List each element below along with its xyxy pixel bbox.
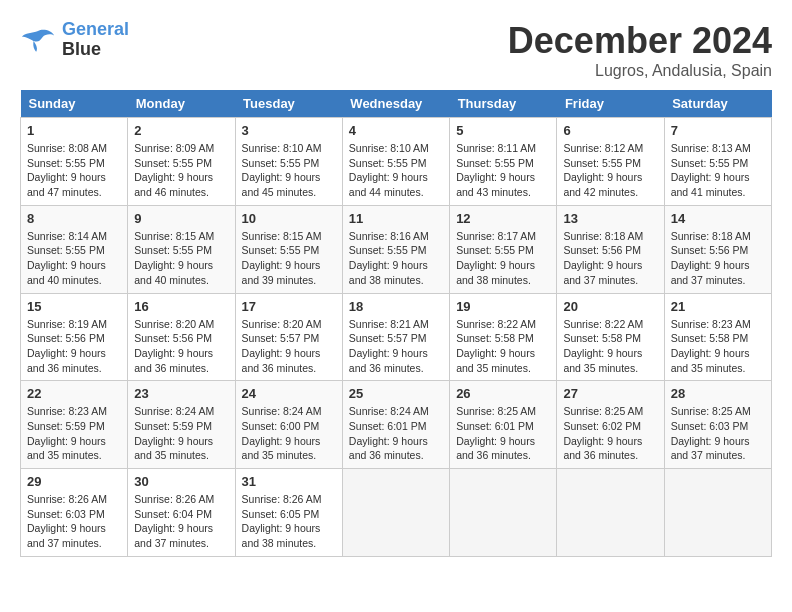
daylight-label: Daylight: 9 hours and 36 minutes.	[456, 435, 535, 462]
table-row: 11 Sunrise: 8:16 AM Sunset: 5:55 PM Dayl…	[342, 205, 449, 293]
table-row: 20 Sunrise: 8:22 AM Sunset: 5:58 PM Dayl…	[557, 293, 664, 381]
sunset-label: Sunset: 5:55 PM	[563, 157, 641, 169]
sunset-label: Sunset: 5:55 PM	[456, 244, 534, 256]
day-info: Sunrise: 8:10 AM Sunset: 5:55 PM Dayligh…	[242, 141, 336, 200]
title-section: December 2024 Lugros, Andalusia, Spain	[508, 20, 772, 80]
day-number: 28	[671, 386, 765, 401]
daylight-label: Daylight: 9 hours and 37 minutes.	[563, 259, 642, 286]
day-info: Sunrise: 8:26 AM Sunset: 6:04 PM Dayligh…	[134, 492, 228, 551]
table-row: 24 Sunrise: 8:24 AM Sunset: 6:00 PM Dayl…	[235, 381, 342, 469]
daylight-label: Daylight: 9 hours and 35 minutes.	[456, 347, 535, 374]
calendar-week-5: 29 Sunrise: 8:26 AM Sunset: 6:03 PM Dayl…	[21, 469, 772, 557]
day-number: 2	[134, 123, 228, 138]
day-number: 17	[242, 299, 336, 314]
sunset-label: Sunset: 6:01 PM	[349, 420, 427, 432]
sunrise-label: Sunrise: 8:24 AM	[134, 405, 214, 417]
daylight-label: Daylight: 9 hours and 38 minutes.	[456, 259, 535, 286]
sunrise-label: Sunrise: 8:20 AM	[242, 318, 322, 330]
daylight-label: Daylight: 9 hours and 46 minutes.	[134, 171, 213, 198]
sunrise-label: Sunrise: 8:24 AM	[349, 405, 429, 417]
day-info: Sunrise: 8:09 AM Sunset: 5:55 PM Dayligh…	[134, 141, 228, 200]
day-number: 24	[242, 386, 336, 401]
day-info: Sunrise: 8:11 AM Sunset: 5:55 PM Dayligh…	[456, 141, 550, 200]
calendar-table: SundayMondayTuesdayWednesdayThursdayFrid…	[20, 90, 772, 557]
sunrise-label: Sunrise: 8:11 AM	[456, 142, 536, 154]
sunset-label: Sunset: 6:00 PM	[242, 420, 320, 432]
sunset-label: Sunset: 6:04 PM	[134, 508, 212, 520]
table-row: 23 Sunrise: 8:24 AM Sunset: 5:59 PM Dayl…	[128, 381, 235, 469]
day-number: 20	[563, 299, 657, 314]
calendar-week-4: 22 Sunrise: 8:23 AM Sunset: 5:59 PM Dayl…	[21, 381, 772, 469]
table-row: 18 Sunrise: 8:21 AM Sunset: 5:57 PM Dayl…	[342, 293, 449, 381]
sunrise-label: Sunrise: 8:18 AM	[671, 230, 751, 242]
table-row: 15 Sunrise: 8:19 AM Sunset: 5:56 PM Dayl…	[21, 293, 128, 381]
day-number: 16	[134, 299, 228, 314]
sunrise-label: Sunrise: 8:21 AM	[349, 318, 429, 330]
daylight-label: Daylight: 9 hours and 39 minutes.	[242, 259, 321, 286]
daylight-label: Daylight: 9 hours and 36 minutes.	[349, 347, 428, 374]
table-row: 29 Sunrise: 8:26 AM Sunset: 6:03 PM Dayl…	[21, 469, 128, 557]
sunrise-label: Sunrise: 8:10 AM	[349, 142, 429, 154]
day-info: Sunrise: 8:25 AM Sunset: 6:02 PM Dayligh…	[563, 404, 657, 463]
table-row: 7 Sunrise: 8:13 AM Sunset: 5:55 PM Dayli…	[664, 118, 771, 206]
calendar-header-wednesday: Wednesday	[342, 90, 449, 118]
daylight-label: Daylight: 9 hours and 40 minutes.	[134, 259, 213, 286]
day-number: 15	[27, 299, 121, 314]
daylight-label: Daylight: 9 hours and 36 minutes.	[242, 347, 321, 374]
day-info: Sunrise: 8:13 AM Sunset: 5:55 PM Dayligh…	[671, 141, 765, 200]
sunset-label: Sunset: 5:55 PM	[349, 244, 427, 256]
day-number: 11	[349, 211, 443, 226]
day-info: Sunrise: 8:15 AM Sunset: 5:55 PM Dayligh…	[242, 229, 336, 288]
day-number: 22	[27, 386, 121, 401]
daylight-label: Daylight: 9 hours and 37 minutes.	[671, 259, 750, 286]
day-number: 25	[349, 386, 443, 401]
table-row: 14 Sunrise: 8:18 AM Sunset: 5:56 PM Dayl…	[664, 205, 771, 293]
table-row: 9 Sunrise: 8:15 AM Sunset: 5:55 PM Dayli…	[128, 205, 235, 293]
table-row: 2 Sunrise: 8:09 AM Sunset: 5:55 PM Dayli…	[128, 118, 235, 206]
day-info: Sunrise: 8:23 AM Sunset: 5:59 PM Dayligh…	[27, 404, 121, 463]
day-info: Sunrise: 8:24 AM Sunset: 5:59 PM Dayligh…	[134, 404, 228, 463]
sunrise-label: Sunrise: 8:26 AM	[242, 493, 322, 505]
sunset-label: Sunset: 5:55 PM	[242, 244, 320, 256]
sunset-label: Sunset: 5:59 PM	[134, 420, 212, 432]
daylight-label: Daylight: 9 hours and 35 minutes.	[134, 435, 213, 462]
day-number: 1	[27, 123, 121, 138]
day-number: 12	[456, 211, 550, 226]
sunset-label: Sunset: 6:01 PM	[456, 420, 534, 432]
table-row: 12 Sunrise: 8:17 AM Sunset: 5:55 PM Dayl…	[450, 205, 557, 293]
table-row: 28 Sunrise: 8:25 AM Sunset: 6:03 PM Dayl…	[664, 381, 771, 469]
day-info: Sunrise: 8:14 AM Sunset: 5:55 PM Dayligh…	[27, 229, 121, 288]
sunset-label: Sunset: 5:55 PM	[456, 157, 534, 169]
day-info: Sunrise: 8:20 AM Sunset: 5:56 PM Dayligh…	[134, 317, 228, 376]
sunrise-label: Sunrise: 8:25 AM	[671, 405, 751, 417]
sunset-label: Sunset: 5:55 PM	[27, 244, 105, 256]
daylight-label: Daylight: 9 hours and 37 minutes.	[27, 522, 106, 549]
day-info: Sunrise: 8:22 AM Sunset: 5:58 PM Dayligh…	[563, 317, 657, 376]
daylight-label: Daylight: 9 hours and 45 minutes.	[242, 171, 321, 198]
table-row: 27 Sunrise: 8:25 AM Sunset: 6:02 PM Dayl…	[557, 381, 664, 469]
table-row: 26 Sunrise: 8:25 AM Sunset: 6:01 PM Dayl…	[450, 381, 557, 469]
daylight-label: Daylight: 9 hours and 47 minutes.	[27, 171, 106, 198]
sunset-label: Sunset: 5:58 PM	[456, 332, 534, 344]
logo: General Blue	[20, 20, 129, 60]
sunset-label: Sunset: 5:55 PM	[242, 157, 320, 169]
table-row: 16 Sunrise: 8:20 AM Sunset: 5:56 PM Dayl…	[128, 293, 235, 381]
table-row	[664, 469, 771, 557]
sunset-label: Sunset: 5:56 PM	[27, 332, 105, 344]
day-number: 31	[242, 474, 336, 489]
sunset-label: Sunset: 5:55 PM	[134, 157, 212, 169]
day-info: Sunrise: 8:15 AM Sunset: 5:55 PM Dayligh…	[134, 229, 228, 288]
day-number: 26	[456, 386, 550, 401]
daylight-label: Daylight: 9 hours and 38 minutes.	[349, 259, 428, 286]
daylight-label: Daylight: 9 hours and 35 minutes.	[27, 435, 106, 462]
day-number: 29	[27, 474, 121, 489]
day-info: Sunrise: 8:19 AM Sunset: 5:56 PM Dayligh…	[27, 317, 121, 376]
sunset-label: Sunset: 5:58 PM	[563, 332, 641, 344]
sunrise-label: Sunrise: 8:09 AM	[134, 142, 214, 154]
sunrise-label: Sunrise: 8:22 AM	[563, 318, 643, 330]
day-number: 9	[134, 211, 228, 226]
sunset-label: Sunset: 5:55 PM	[27, 157, 105, 169]
day-info: Sunrise: 8:23 AM Sunset: 5:58 PM Dayligh…	[671, 317, 765, 376]
sunset-label: Sunset: 5:59 PM	[27, 420, 105, 432]
day-number: 3	[242, 123, 336, 138]
